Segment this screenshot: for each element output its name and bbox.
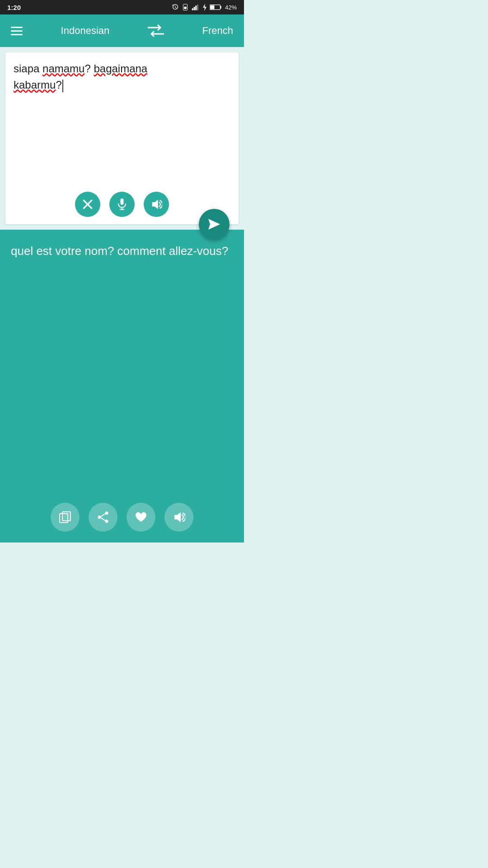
output-actions xyxy=(0,503,244,532)
speaker-output-icon xyxy=(173,511,185,523)
microphone-button[interactable] xyxy=(109,192,135,217)
speak-source-button[interactable] xyxy=(144,192,169,217)
input-word-2-spell: namamu xyxy=(42,62,84,75)
status-bar: 1:20 42% xyxy=(0,0,244,14)
svg-marker-15 xyxy=(152,200,158,209)
svg-rect-5 xyxy=(197,5,198,10)
copy-button[interactable] xyxy=(51,503,80,532)
source-language[interactable]: Indonesian xyxy=(61,25,110,37)
signal-icon xyxy=(192,4,200,10)
clear-button[interactable] xyxy=(75,192,100,217)
svg-rect-18 xyxy=(62,512,70,521)
copy-icon xyxy=(59,511,71,524)
svg-rect-1 xyxy=(184,7,186,9)
svg-point-20 xyxy=(98,516,101,519)
heart-icon xyxy=(135,511,147,523)
speak-translation-button[interactable] xyxy=(164,503,193,532)
alarm-icon xyxy=(172,4,179,11)
favorite-button[interactable] xyxy=(127,503,155,532)
svg-point-21 xyxy=(105,520,108,523)
main-content: siapa namamu? bagaimanakabarmu? xyxy=(0,47,244,542)
status-icons: 42% xyxy=(172,4,237,11)
microphone-icon xyxy=(117,198,127,210)
input-word-4-spell: kabarmu xyxy=(14,79,56,91)
svg-line-23 xyxy=(101,518,105,521)
output-panel: quel est votre nom? comment allez-vous? xyxy=(0,230,244,542)
input-panel: siapa namamu? bagaimanakabarmu? xyxy=(5,52,239,224)
speaker-icon xyxy=(150,198,162,210)
svg-rect-2 xyxy=(192,8,193,10)
text-cursor xyxy=(62,80,63,92)
input-text-display[interactable]: siapa namamu? bagaimanakabarmu? xyxy=(14,61,230,142)
share-icon xyxy=(97,511,109,524)
svg-point-19 xyxy=(105,512,108,515)
menu-button[interactable] xyxy=(11,27,23,35)
battery-pct: 42% xyxy=(225,4,237,11)
svg-rect-12 xyxy=(121,198,124,205)
svg-marker-6 xyxy=(203,4,206,11)
send-icon xyxy=(207,218,221,231)
close-icon xyxy=(82,198,94,210)
input-word-1: siapa xyxy=(14,62,42,75)
status-time: 1:20 xyxy=(7,4,21,11)
svg-marker-24 xyxy=(174,512,181,522)
toolbar: Indonesian French xyxy=(0,14,244,47)
target-language[interactable]: French xyxy=(202,25,233,37)
output-text: quel est votre nom? comment allez-vous? xyxy=(11,242,233,260)
share-button[interactable] xyxy=(89,503,117,532)
charging-icon xyxy=(202,4,207,11)
svg-marker-16 xyxy=(208,219,220,230)
input-word-3-spell: bagaimana xyxy=(94,62,147,75)
svg-rect-3 xyxy=(193,7,195,10)
battery-icon xyxy=(210,4,222,10)
svg-rect-4 xyxy=(195,5,197,10)
svg-line-22 xyxy=(101,514,105,517)
svg-rect-9 xyxy=(210,5,214,9)
translate-button[interactable] xyxy=(199,209,230,240)
svg-rect-8 xyxy=(220,6,221,9)
swap-button[interactable] xyxy=(148,24,164,38)
sim-icon xyxy=(182,4,189,11)
swap-icon xyxy=(148,24,164,38)
